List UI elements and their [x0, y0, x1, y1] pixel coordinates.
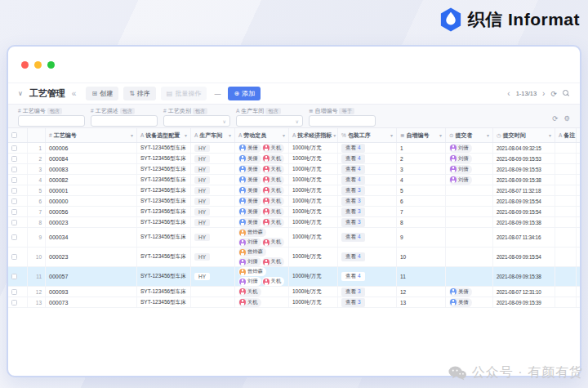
view-button[interactable]: 查看4 [341, 272, 365, 281]
minimize-window-button[interactable] [34, 61, 42, 69]
table-row[interactable]: 12000093SYT-123456型车床关机1000吨/万元查看312吴倩20… [8, 287, 580, 297]
filter-input-auto-number[interactable] [309, 115, 376, 127]
view-button[interactable]: 查看3 [341, 218, 365, 227]
view-button[interactable]: 查看3 [341, 197, 365, 206]
row-checkbox[interactable] [11, 254, 17, 260]
table-header-row: #工艺编号▾A设备选型配置▾A生产车间▾A劳动定员▾A技术经济指标▾%包装工序▾… [8, 128, 580, 143]
close-window-button[interactable] [21, 61, 29, 69]
column-menu-caret[interactable]: ▾ [283, 132, 285, 138]
column-header-check[interactable] [8, 128, 28, 142]
column-header-staff[interactable]: A劳动定员▾ [235, 128, 289, 142]
view-button[interactable]: 查看3 [341, 288, 365, 297]
more-button[interactable]: — [212, 87, 223, 100]
filter-operator[interactable]: 包含 [193, 108, 207, 114]
cell-time: 2021-08-09 09:15:54 [493, 207, 555, 216]
search-icon[interactable] [563, 90, 570, 97]
table-row[interactable]: 3000083SYT-123456型车床HY吴倩关机1000吨/万元查看43刘倩… [8, 164, 580, 175]
refresh-icon[interactable]: ⟳ [550, 90, 557, 98]
table-row[interactable]: 8000023SYT-123456型车床HY吴倩关机1000吨/万元查看3820… [8, 217, 580, 228]
row-checkbox[interactable] [11, 300, 17, 305]
sort-button[interactable]: ⇅ 排序 [123, 87, 156, 100]
pagination-next-button[interactable]: › [542, 89, 545, 98]
column-menu-caret[interactable]: ▾ [487, 132, 489, 138]
view-button[interactable]: 查看4 [341, 144, 365, 153]
column-header-time[interactable]: ◷提交时间▾ [493, 128, 555, 142]
column-menu-caret[interactable]: ▾ [229, 132, 231, 138]
column-header-workshop[interactable]: A生产车间▾ [191, 128, 235, 142]
row-checkbox[interactable] [11, 188, 17, 194]
cell-code: 000023 [46, 248, 137, 266]
row-checkbox[interactable] [11, 167, 17, 172]
wechat-icon [448, 366, 466, 381]
cell-time: 2021-08-09 09:15:53 [493, 154, 555, 163]
filter-input-process-code[interactable] [18, 115, 85, 127]
view-button[interactable]: 查看4 [341, 233, 365, 242]
column-type-icon: A [559, 132, 562, 138]
view-button[interactable]: 查看4 [341, 176, 365, 185]
row-checkbox[interactable] [11, 289, 17, 295]
cell-pack: 查看3 [338, 185, 397, 195]
create-button[interactable]: ⊞ 创建 [86, 87, 118, 100]
view-button[interactable]: 查看3 [341, 298, 365, 307]
table-row[interactable]: 2000084SYT-123456型车床HY吴倩关机1000吨/万元查看42刘倩… [8, 154, 580, 164]
cell-staff: 吴倩关机 [235, 207, 289, 216]
table-row[interactable]: 11000057SYT-123456型车床HY曾烨森刘倩关机1000吨/万元查看… [8, 267, 580, 287]
gear-icon[interactable]: ⚙ [564, 114, 570, 123]
row-checkbox[interactable] [11, 145, 17, 151]
row-checkbox[interactable] [11, 209, 17, 215]
row-checkbox[interactable] [11, 177, 17, 183]
chevron-down-icon[interactable]: ∨ [18, 90, 23, 97]
column-header-autonum[interactable]: ≣自增编号▾ [397, 128, 446, 142]
table-row[interactable]: 5000001SYT-123456型车床HY吴倩关机1000吨/万元查看3520… [8, 185, 580, 196]
person-chip: 吴倩 [238, 197, 261, 206]
filter-select-process-category[interactable]: ∨ [163, 115, 230, 127]
column-type-icon: # [49, 132, 52, 138]
column-menu-caret[interactable]: ▾ [333, 132, 336, 138]
table-row[interactable]: 1000006SYT-123456型车床HY吴倩关机1000吨/万元查看41刘倩… [8, 143, 580, 154]
column-menu-caret[interactable]: ▾ [390, 132, 393, 138]
collapse-panel-icon[interactable]: « [72, 89, 77, 98]
table-row[interactable]: 4000082SYT-123456型车床HY吴倩关机1000吨/万元查看44刘倩… [8, 175, 580, 185]
row-checkbox[interactable] [11, 234, 17, 240]
table-row[interactable]: 6000000SYT-123456型车床HY吴倩关机1000吨/万元查看3620… [8, 196, 580, 207]
row-checkbox[interactable] [11, 274, 17, 279]
pagination-prev-button[interactable]: ‹ [507, 89, 510, 98]
column-menu-caret[interactable]: ▾ [185, 132, 187, 138]
cell-equip: SYT-123456型车床 [137, 196, 191, 206]
row-checkbox[interactable] [11, 156, 17, 162]
person-chip: 吴倩 [238, 186, 261, 195]
filter-input-process-description[interactable] [91, 115, 158, 127]
table-row[interactable]: 7000056SYT-123456型车床HY吴倩关机1000吨/万元查看3720… [8, 207, 580, 217]
view-button[interactable]: 查看4 [341, 154, 365, 163]
add-button[interactable]: ⊕ 添加 [228, 87, 261, 100]
filter-operator[interactable]: 等于 [339, 108, 354, 114]
view-button[interactable]: 查看4 [341, 252, 365, 261]
select-all-checkbox[interactable] [11, 132, 17, 138]
filter-operator[interactable]: 包含 [120, 108, 135, 114]
row-checkbox[interactable] [11, 198, 17, 204]
column-header-pack[interactable]: %包装工序▾ [338, 128, 397, 142]
view-button[interactable]: 查看3 [341, 207, 365, 216]
view-button[interactable]: 查看4 [341, 165, 365, 174]
column-header-submitter[interactable]: ⊙提交者▾ [446, 128, 493, 142]
view-button[interactable]: 查看3 [341, 186, 365, 195]
table-row[interactable]: 13000073SYT-123456型车床关机1000吨/万元查看313吴倩20… [8, 297, 580, 308]
chevron-down-icon: ∨ [296, 118, 299, 124]
filter-select-workshop[interactable]: ∨ [236, 115, 303, 127]
maximize-window-button[interactable] [47, 61, 55, 69]
column-header-code[interactable]: #工艺编号▾ [46, 128, 137, 142]
column-header-tech[interactable]: A技术经济指标▾ [289, 128, 338, 142]
avatar [263, 208, 270, 215]
person-chip: 曾烨森 [238, 248, 266, 256]
column-menu-caret[interactable]: ▾ [549, 132, 551, 138]
column-header-note[interactable]: A备注 [555, 128, 577, 142]
table-row[interactable]: 10000023SYT-123456型车床HY曾烨森刘倩关机1000吨/万元查看… [8, 248, 580, 267]
column-menu-caret[interactable]: ▾ [131, 132, 133, 138]
column-menu-caret[interactable]: ▾ [439, 132, 442, 138]
filter-operator[interactable]: 包含 [47, 108, 62, 114]
table-row[interactable]: 9000034SYT-123456型车床HY曾烨森刘倩关机1000吨/万元查看4… [8, 228, 580, 248]
column-header-equip[interactable]: A设备选型配置▾ [137, 128, 191, 142]
filter-operator[interactable]: 包含 [265, 108, 280, 114]
row-checkbox[interactable] [11, 220, 17, 225]
reset-filters-icon[interactable]: ⟳ [552, 114, 558, 123]
